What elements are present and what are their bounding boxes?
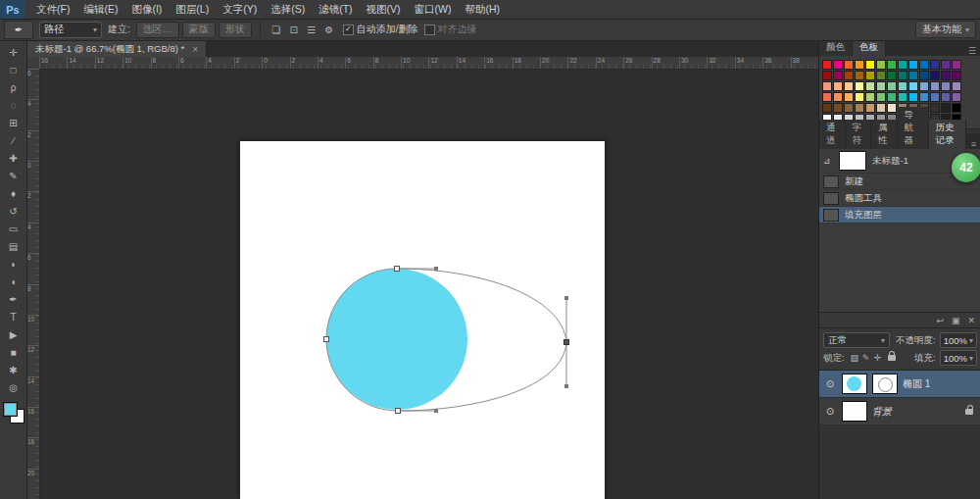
tool-dodge[interactable]: ◖ <box>3 273 24 290</box>
menu-item[interactable]: 文字(Y) <box>216 0 264 19</box>
color-swatch[interactable] <box>865 92 875 102</box>
path-editing-overlay[interactable] <box>240 141 605 499</box>
color-swatch[interactable] <box>941 71 951 80</box>
tool-gradient[interactable]: ▤ <box>3 237 24 255</box>
color-swatch[interactable] <box>919 92 929 102</box>
color-swatch[interactable] <box>941 92 951 102</box>
layer-row[interactable]: ⊙背景 <box>819 398 980 425</box>
color-swatch[interactable] <box>898 81 907 91</box>
color-swatch[interactable] <box>952 103 961 113</box>
menu-item[interactable]: 窗口(W) <box>408 0 459 19</box>
panel-footer-icon[interactable]: ↩ <box>936 316 944 325</box>
canvas-viewport[interactable] <box>39 69 818 499</box>
layer-row[interactable]: ⊙椭圆 1 <box>819 371 980 398</box>
menu-item[interactable]: 编辑(E) <box>76 0 124 19</box>
photoshop-logo[interactable]: Ps <box>0 0 25 19</box>
layer-thumbnail[interactable] <box>842 374 867 394</box>
tab-导航器[interactable]: 导航器 <box>898 107 929 149</box>
tool-history-brush[interactable]: ↺ <box>3 202 24 220</box>
color-swatch[interactable] <box>833 103 843 113</box>
color-swatch[interactable] <box>898 71 907 80</box>
color-swatch[interactable] <box>908 81 918 91</box>
tool-mode-select[interactable]: 路径 ▾ <box>39 22 102 38</box>
workspace-switcher[interactable]: 基本功能 ▾ <box>915 21 976 38</box>
history-brush-source-icon[interactable]: ⊿ <box>823 152 833 170</box>
ellipse-shape[interactable] <box>326 269 467 410</box>
color-swatch[interactable] <box>822 71 832 80</box>
color-swatch[interactable] <box>887 71 897 80</box>
color-swatch[interactable] <box>887 60 897 70</box>
history-step[interactable]: 椭圆工具 <box>819 190 980 207</box>
tool-blur[interactable]: ◗ <box>3 255 24 273</box>
tab-字符[interactable]: 字符 <box>846 120 872 149</box>
color-swatch[interactable] <box>941 81 951 91</box>
color-swatch[interactable] <box>887 92 897 102</box>
color-swatch[interactable] <box>844 92 854 102</box>
options-icon[interactable]: ⚙ <box>321 23 337 37</box>
color-swatch[interactable] <box>930 92 940 102</box>
color-swatch[interactable] <box>898 60 907 70</box>
vertical-ruler[interactable]: 64202468101214161820 <box>27 69 40 499</box>
color-swatch[interactable] <box>930 71 940 80</box>
color-swatch[interactable] <box>844 81 854 91</box>
color-swatch[interactable] <box>855 60 864 70</box>
tool-path-select[interactable]: ▶ <box>3 325 24 343</box>
color-swatch[interactable] <box>865 60 875 70</box>
color-swatch[interactable] <box>876 71 886 80</box>
tool-eraser[interactable]: ▭ <box>3 220 24 237</box>
current-tool-icon[interactable]: ✒ <box>4 21 33 39</box>
menu-item[interactable]: 文件(F) <box>29 0 76 19</box>
tool-crop[interactable]: ⊞ <box>3 114 24 131</box>
color-swatch[interactable] <box>833 71 843 80</box>
color-swatch[interactable] <box>952 71 961 80</box>
color-swatch[interactable] <box>865 103 875 113</box>
tool-shape[interactable]: ■ <box>3 343 24 361</box>
color-swatch[interactable] <box>833 92 843 102</box>
color-swatch[interactable] <box>952 92 961 102</box>
color-swatch[interactable] <box>941 103 951 113</box>
color-swatch[interactable] <box>952 81 961 91</box>
color-swatch[interactable] <box>876 103 886 113</box>
color-swatch[interactable] <box>822 60 832 70</box>
handle-end[interactable] <box>564 296 568 300</box>
panel-footer-icon[interactable]: ▣ <box>952 316 960 325</box>
color-swatch[interactable] <box>930 60 940 70</box>
tool-type[interactable]: T <box>3 308 24 325</box>
document-page[interactable] <box>240 141 605 499</box>
tab-属性[interactable]: 属性 <box>871 120 898 149</box>
tool-zoom[interactable]: ◎ <box>3 378 24 396</box>
menu-item[interactable]: 选择(S) <box>264 0 312 19</box>
color-swatch[interactable] <box>887 103 897 113</box>
color-swatch[interactable] <box>855 92 864 102</box>
foreground-color-chip[interactable] <box>3 402 18 417</box>
handle-end[interactable] <box>564 384 568 388</box>
color-swatch[interactable] <box>822 92 832 102</box>
options-icon[interactable]: ⊡ <box>286 23 302 37</box>
options-icon[interactable]: ☰ <box>304 23 319 37</box>
color-swatch[interactable] <box>833 81 843 91</box>
color-swatch[interactable] <box>822 103 832 113</box>
tool-lasso[interactable]: ρ <box>3 78 24 96</box>
color-swatch[interactable] <box>876 81 886 91</box>
tool-pen[interactable]: ✒ <box>3 290 24 308</box>
lock-option-icon[interactable]: ✛ <box>872 352 884 364</box>
color-swatch[interactable] <box>855 81 864 91</box>
make-button[interactable]: 选区… <box>136 22 179 38</box>
tab-历史记录[interactable]: 历史记录 <box>929 120 966 149</box>
color-swatch[interactable] <box>941 60 951 70</box>
color-swatch[interactable] <box>908 60 918 70</box>
color-swatch[interactable] <box>844 71 854 80</box>
menu-item[interactable]: 图像(I) <box>124 0 169 19</box>
color-swatch[interactable] <box>844 103 854 113</box>
color-swatch[interactable] <box>865 71 875 80</box>
color-swatch[interactable] <box>833 60 843 70</box>
panel-footer-icon[interactable]: ✕ <box>967 316 975 325</box>
opacity-field[interactable]: 100% ▾ <box>940 332 977 348</box>
vector-mask-thumbnail[interactable] <box>872 374 898 394</box>
options-icon[interactable]: ❏ <box>269 23 284 37</box>
color-swatch[interactable] <box>919 71 929 80</box>
anchor-point-bottom[interactable] <box>396 409 401 414</box>
tool-eyedropper[interactable]: ∕ <box>3 131 24 149</box>
tool-brush[interactable]: ✎ <box>3 167 24 184</box>
panel-menu-icon[interactable]: ☰ <box>963 46 980 56</box>
